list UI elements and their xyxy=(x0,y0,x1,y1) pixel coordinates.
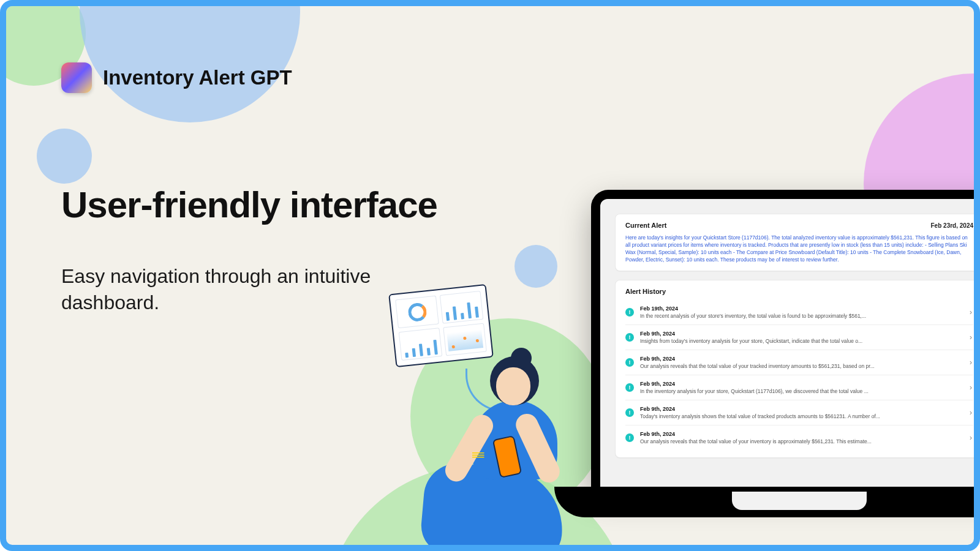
info-icon: ! xyxy=(625,408,634,417)
logo-text: Inventory Alert GPT xyxy=(103,66,292,89)
chevron-right-icon: › xyxy=(970,383,972,392)
alert-history-desc: In the recent analysis of your store's i… xyxy=(640,313,973,319)
chevron-right-icon: › xyxy=(970,333,972,342)
chevron-right-icon: › xyxy=(970,408,972,417)
alert-history-date: Feb 9th, 2024 xyxy=(640,381,973,387)
alert-history-item[interactable]: ! Feb 9th, 2024 Our analysis reveals tha… xyxy=(625,350,973,375)
alert-history-title: Alert History xyxy=(625,288,973,295)
spark-icon: ≡≡ xyxy=(472,448,483,462)
info-icon: ! xyxy=(625,308,634,317)
info-icon: ! xyxy=(625,333,634,342)
alert-history-desc: Our analysis reveals that the total valu… xyxy=(640,438,973,444)
chevron-right-icon: › xyxy=(970,358,972,367)
alert-history-desc: Insights from today's inventory analysis… xyxy=(640,338,973,344)
app-screen: Current Alert Feb 23rd, 2024 Here are to… xyxy=(600,199,980,487)
chart-line-icon xyxy=(443,323,487,356)
alert-history-item[interactable]: ! Feb 9th, 2024 In the inventory analysi… xyxy=(625,375,973,400)
decorative-blob xyxy=(80,0,300,122)
decorative-blob xyxy=(514,245,557,288)
person-illustration: ≡≡ xyxy=(435,356,594,551)
chart-bars-icon xyxy=(440,291,484,324)
alert-history-item[interactable]: ! Feb 9th, 2024 Our analysis reveals tha… xyxy=(625,425,973,450)
info-icon: ! xyxy=(625,383,634,392)
alert-history-item[interactable]: ! Feb 9th, 2024 Insights from today's in… xyxy=(625,325,973,350)
alert-history-item[interactable]: ! Feb 9th, 2024 Today's inventory analys… xyxy=(625,400,973,425)
alert-history-date: Feb 19th, 2024 xyxy=(640,305,973,312)
current-alert-card: Current Alert Feb 23rd, 2024 Here are to… xyxy=(615,214,980,271)
alert-history-date: Feb 9th, 2024 xyxy=(640,406,973,412)
alert-history-desc: In the inventory analysis for your store… xyxy=(640,388,973,394)
alert-history-date: Feb 9th, 2024 xyxy=(640,356,973,362)
alert-history-card: Alert History ! Feb 19th, 2024 In the re… xyxy=(615,280,980,458)
info-icon: ! xyxy=(625,358,634,367)
info-icon: ! xyxy=(625,433,634,442)
decorative-blob xyxy=(37,129,92,184)
chevron-right-icon: › xyxy=(970,433,972,442)
alert-history-desc: Our analysis reveals that the total valu… xyxy=(640,363,973,369)
alert-history-item[interactable]: ! Feb 19th, 2024 In the recent analysis … xyxy=(625,300,973,325)
chevron-right-icon: › xyxy=(970,308,972,317)
hero-subhead: Easy navigation through an intuitive das… xyxy=(61,263,441,316)
current-alert-body: Here are today's insights for your Quick… xyxy=(625,234,973,263)
alert-history-date: Feb 9th, 2024 xyxy=(640,431,973,437)
current-alert-date: Feb 23rd, 2024 xyxy=(931,222,973,229)
laptop-notch xyxy=(732,492,867,510)
hero-headline: User-friendly interface xyxy=(61,184,437,226)
hero-illustration: ≡≡ xyxy=(392,289,594,551)
alert-history-desc: Today's inventory analysis shows the tot… xyxy=(640,413,973,419)
chart-area-icon xyxy=(399,328,443,361)
laptop-mockup: Current Alert Feb 23rd, 2024 Here are to… xyxy=(591,190,980,551)
alert-history-date: Feb 9th, 2024 xyxy=(640,331,973,337)
marketing-frame: Inventory Alert GPT User-friendly interf… xyxy=(0,0,980,551)
current-alert-title: Current Alert xyxy=(625,222,666,229)
logo: Inventory Alert GPT xyxy=(61,62,292,93)
logo-mark-icon xyxy=(61,62,92,93)
